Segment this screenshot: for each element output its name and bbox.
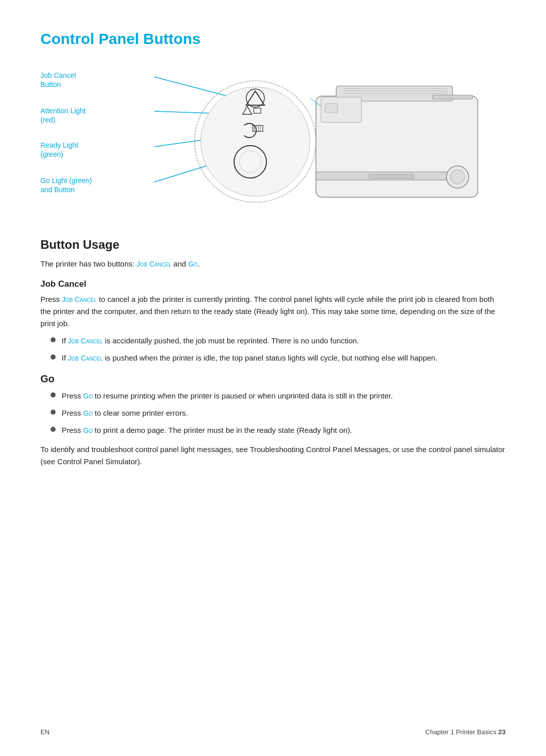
bullet-text: If Job Cancel is accidentally pushed, th… bbox=[62, 335, 359, 347]
label-ready-light: Ready Light(green) bbox=[40, 141, 78, 159]
footer-right: Chapter 1 Printer Basics 23 bbox=[425, 728, 506, 736]
page-footer: EN Chapter 1 Printer Basics 23 bbox=[40, 728, 506, 736]
bullet-dot bbox=[51, 427, 56, 432]
footer-left: EN bbox=[40, 728, 50, 736]
bullet-text: Press Go to resume printing when the pri… bbox=[62, 390, 393, 402]
bullet-text: Press Go to clear some printer errors. bbox=[62, 407, 188, 419]
job-cancel-link-intro: Job Cancel bbox=[136, 260, 171, 268]
bullet-item: Press Go to clear some printer errors. bbox=[51, 407, 506, 419]
svg-point-5 bbox=[201, 87, 310, 196]
intro-paragraph: The printer has two buttons: Job Cancel … bbox=[40, 258, 506, 270]
diagram-section: Job CancelButton Attention Light(red) Re… bbox=[40, 66, 506, 217]
printer-svg bbox=[147, 66, 506, 217]
go-link-b2: Go bbox=[83, 409, 93, 417]
job-cancel-paragraph: Press Job Cancel to cancel a job the pri… bbox=[40, 293, 506, 330]
svg-line-0 bbox=[154, 77, 228, 96]
job-cancel-link-b1: Job Cancel bbox=[68, 337, 103, 345]
labels-column: Job CancelButton Attention Light(red) Re… bbox=[40, 66, 147, 217]
job-cancel-bullets: If Job Cancel is accidentally pushed, th… bbox=[51, 335, 506, 364]
go-link-b3: Go bbox=[83, 426, 93, 434]
go-heading: Go bbox=[40, 373, 506, 385]
label-job-cancel: Job CancelButton bbox=[40, 71, 76, 89]
svg-rect-26 bbox=[432, 95, 473, 99]
svg-rect-23 bbox=[369, 174, 415, 179]
job-cancel-link-b2: Job Cancel bbox=[68, 354, 103, 362]
page-title: Control Panel Buttons bbox=[40, 30, 506, 48]
bullet-item: If Job Cancel is accidentally pushed, th… bbox=[51, 335, 506, 347]
closing-paragraph: To identify and troubleshoot control pan… bbox=[40, 443, 506, 468]
bullet-item: If Job Cancel is pushed when the printer… bbox=[51, 352, 506, 364]
go-link-intro: Go bbox=[188, 260, 198, 268]
bullet-item: Press Go to resume printing when the pri… bbox=[51, 390, 506, 402]
footer-chapter-text: Chapter 1 Printer Basics bbox=[425, 728, 498, 736]
svg-point-25 bbox=[450, 170, 465, 184]
go-link-b1: Go bbox=[83, 392, 93, 400]
label-attention-light: Attention Light(red) bbox=[40, 106, 86, 124]
job-cancel-heading: Job Cancel bbox=[40, 279, 506, 289]
go-bullets: Press Go to resume printing when the pri… bbox=[51, 390, 506, 436]
job-cancel-link-para: Job Cancel bbox=[62, 295, 97, 303]
bullet-dot bbox=[51, 392, 56, 397]
footer-page-number: 23 bbox=[498, 728, 506, 736]
label-go-light: Go Light (green)and Button bbox=[40, 176, 92, 194]
control-panel-diagram bbox=[147, 66, 506, 217]
bullet-dot bbox=[51, 337, 56, 342]
bullet-dot bbox=[51, 354, 56, 360]
button-usage-heading: Button Usage bbox=[40, 238, 506, 252]
bullet-text: If Job Cancel is pushed when the printer… bbox=[62, 352, 437, 364]
bullet-dot bbox=[51, 410, 56, 415]
svg-rect-28 bbox=[325, 104, 338, 113]
bullet-text: Press Go to print a demo page. The print… bbox=[62, 424, 352, 436]
bullet-item: Press Go to print a demo page. The print… bbox=[51, 424, 506, 436]
